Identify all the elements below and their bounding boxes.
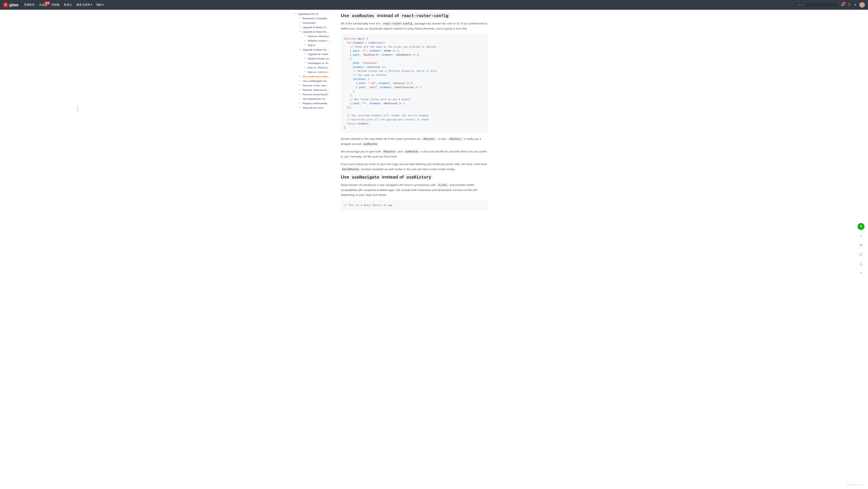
nav-item[interactable]: 我的 ▾ [96,3,104,7]
toc-subitem[interactable]: Note on <Link to>... [307,70,335,74]
p-text: Routes defined in this way follow all of… [341,137,422,140]
p-text: If you had cooked up some of your own lo… [341,163,487,166]
paragraph: If you had cooked up some of your own lo… [341,162,489,172]
inline-code: <Routes> [382,150,397,154]
nav-item[interactable]: 开源软件 [24,3,35,7]
bulb-icon[interactable] [847,3,851,7]
toc-subitem[interactable]: Refactor custom <... [307,38,335,43]
heading-useRoutes: Use useRoutes instead of react-router-co… [341,13,489,18]
h-text: instead of [376,13,400,18]
h-code: react-router-config [400,12,450,19]
h-code: useNavigate [350,174,380,180]
p-text: . In fact, [436,137,448,140]
logo-icon: G [3,2,8,7]
paragraph: Routes defined in this way follow all of… [341,136,489,146]
p-text: We encourage you to give both [341,150,382,153]
code-block-2: // This is a React Router v5 app [341,200,489,210]
paragraph: All of the functionality from v5's react… [341,21,489,31]
p-text: React Router v6 introduces a new navigat… [341,183,437,186]
header: G gitee 开源软件企业版特惠高校版私有云服务与支持 ▾我的 ▾ 1 + [0,0,868,10]
nav-item[interactable]: 高校版 [52,3,60,7]
nav-item[interactable]: 服务与支持 ▾ [76,3,92,7]
toc-item[interactable]: Use useNavigate inst... [302,79,335,83]
logo-text: gitee [9,3,19,7]
inline-code: <Link> [437,183,449,187]
toc-subitem[interactable]: Note on <Route p... [307,65,335,70]
toc-item[interactable]: Introduction [302,21,335,25]
content: Use useRoutes instead of react-router-co… [335,10,494,222]
toc-subitem[interactable]: Relative Routes an... [307,56,335,61]
toc-item[interactable]: What did we miss? [302,106,335,110]
toc-item[interactable]: Remove activeClassN... [302,92,335,97]
p-text: . [378,142,379,145]
toc-item[interactable]: Use useRoutes inste... [302,74,335,79]
code-block-1: function App() { let element = useRoutes… [341,34,489,133]
toc-item[interactable]: Backwards Compatibi... [302,16,335,21]
h-text: instead of [380,174,405,179]
toc-item[interactable]: Get StaticRouter fro... [302,97,335,101]
h-text: Use [341,174,351,179]
logo[interactable]: G gitee [3,2,19,7]
inline-code: <Routes> [448,137,463,141]
toc-subitem[interactable]: Remove <Redirect... [307,34,335,38]
paragraph: We encourage you to give both <Routes> a… [341,149,489,159]
plus-icon[interactable]: + [854,3,856,7]
p-text: and [397,150,403,153]
toc-item[interactable]: Upgrade to React v1... [302,25,335,30]
inline-code: useRoutes [403,150,420,154]
main-nav: 开源软件企业版特惠高校版私有云服务与支持 ▾我的 ▾ [24,3,104,7]
toc-subitem[interactable]: Upgrade all <Swit... [307,52,335,56]
toc-sidebar: Upgrading from v5 Backwards Compatibi...… [292,10,335,222]
main: Upgrading from v5 Backwards Compatibi...… [292,10,576,222]
inline-code: <Routes> [422,137,437,141]
sidebar-collapse-handle[interactable]: ‹ [76,105,79,113]
header-right: 1 + [795,2,865,7]
toc-subitem[interactable]: Advantages of <R... [307,61,335,65]
toc-subitem[interactable]: Ship it! [307,43,335,48]
h-code: useHistory [405,174,433,180]
inline-code: matchRoutes [341,167,361,171]
toc-item[interactable]: Replace useRouteMa... [302,101,335,106]
h-code: useRoutes [350,12,375,19]
badge: 特惠 [44,2,50,5]
toc-root[interactable]: Upgrading from v5 [297,12,335,16]
h-text: Use [341,13,351,18]
avatar[interactable] [860,2,865,7]
p-text: function available as well similar to th… [361,168,455,171]
nav-item[interactable]: 企业版特惠 [39,3,47,7]
inline-code: useRoutes [362,142,378,146]
nav-item[interactable]: 私有云 [64,3,72,7]
toc-item[interactable]: Upgrade to React Ro... [302,48,335,52]
paragraph: React Router v6 introduces a new navigat… [341,182,489,197]
search-input[interactable] [795,2,838,7]
toc-item[interactable]: Upgrade to React Ro... [302,30,335,34]
p-text: All of the functionality from v5's [341,22,382,25]
svg-point-0 [848,3,850,5]
toc-item[interactable]: Remove <Link> com... [302,83,335,88]
toc-item[interactable]: Rename <NavLink ex... [302,88,335,92]
inline-code: react-router-config [382,22,414,26]
notification-badge: 1 [843,2,846,4]
code-comment: // This is a React Router v5 app [344,204,393,207]
heading-useNavigate: Use useNavigate instead of useHistory [341,174,489,180]
header-left: G gitee 开源软件企业版特惠高校版私有云服务与支持 ▾我的 ▾ [3,2,104,7]
notification-icon[interactable]: 1 [841,3,844,7]
